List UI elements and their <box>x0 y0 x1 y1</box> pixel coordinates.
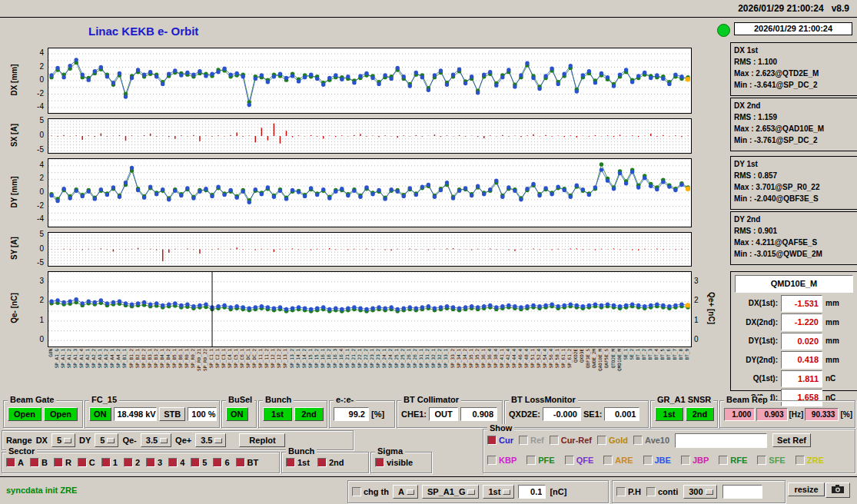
bpm-label: SP_34_2 <box>463 349 467 368</box>
busel-group: BuSel ON <box>221 400 257 428</box>
show-cur-ref-checkbox[interactable]: Cur-Ref <box>550 436 592 445</box>
stat-min: Min : -3.761@SP_DC_2 <box>734 134 855 146</box>
show-zre-checkbox[interactable]: ZRE <box>796 456 824 465</box>
sy-steering-plot[interactable] <box>48 232 692 267</box>
threshold-input[interactable] <box>518 485 546 499</box>
checkbox-icon <box>124 458 133 467</box>
header-datetime: 2026/01/29 21:00:24 v8.9 <box>738 3 849 14</box>
chg-th-label: chg th <box>364 487 389 496</box>
range-qe-minus-dropdown[interactable]: 3.5 <box>141 433 171 447</box>
bpm-label: QXD2E <box>573 349 578 363</box>
chg-th-checkbox[interactable]: chg th <box>352 487 389 496</box>
checkbox-icon <box>101 458 111 467</box>
y-tick-label: -5 <box>37 145 44 154</box>
stat-max: Max : 2.623@QTD2E_M <box>734 68 855 79</box>
sector-6-checkbox[interactable]: 6 <box>213 458 229 467</box>
bpm-label: SP_A2_2 <box>91 349 96 368</box>
q-y-axis: 3210 <box>28 271 45 346</box>
sy-chart-canvas <box>48 233 691 266</box>
range-dy-dropdown[interactable]: 5 <box>95 433 118 447</box>
sigma-visible-checkbox[interactable]: visible <box>375 458 413 467</box>
bpm-label: SP_35_1 <box>469 349 473 368</box>
bpm-label: SP_32_1 <box>431 349 436 368</box>
checkbox-icon <box>519 436 528 445</box>
fc15-stb-button[interactable]: STB <box>159 407 185 421</box>
sy-y-axis: 50-5 <box>28 232 45 265</box>
show-ref-label: Ref <box>530 436 544 445</box>
snsr-2nd-button[interactable]: 2nd <box>686 407 714 421</box>
beam-gate-open2-button[interactable]: Open <box>44 407 78 421</box>
range-dx-dropdown[interactable]: 5 <box>51 433 75 447</box>
bunch-2nd-checkbox[interactable]: 2nd <box>317 458 344 467</box>
show-ave10-checkbox[interactable]: Ave10 <box>633 436 669 445</box>
resize-button[interactable]: resize <box>788 482 825 496</box>
show-group: Show Cur Ref Cur-Ref Gold Ave10 Set Ref … <box>483 429 855 473</box>
fc15-on-button[interactable]: ON <box>89 407 111 421</box>
sector-a-checkbox[interactable]: A <box>6 458 24 467</box>
bpm-label: SP_23_2 <box>376 349 380 368</box>
monitor-value: -1.220 <box>781 313 822 331</box>
count-input[interactable] <box>722 485 762 499</box>
y-tick-label: 2 <box>39 174 44 182</box>
checkbox-icon <box>719 456 728 465</box>
sector-1-checkbox[interactable]: 1 <box>101 458 118 467</box>
set-ref-button[interactable]: Set Ref <box>772 433 811 447</box>
charge-plot[interactable] <box>48 271 692 347</box>
beam-gate-open1-button[interactable]: Open <box>8 407 42 421</box>
q-right-y-axis: 3210 <box>693 271 709 346</box>
show-qfe-checkbox[interactable]: QFE <box>565 456 594 465</box>
dy-orbit-plot[interactable] <box>48 158 692 227</box>
show-are-checkbox[interactable]: ARE <box>603 456 633 465</box>
bpm-label: SP_B3_2 <box>154 349 158 368</box>
monitor-unit: mm <box>825 317 839 328</box>
ref-name-input[interactable] <box>675 433 767 448</box>
range-dy-label: DY <box>79 436 91 445</box>
bunch-1st-checkbox[interactable]: 1st <box>286 458 310 467</box>
busel-on-button[interactable]: ON <box>226 407 248 421</box>
chg-th-panel: chg th A SP_A1_G 1st [nC] <box>347 480 609 503</box>
count-dropdown[interactable]: 300 <box>683 485 716 499</box>
y-tick-label: 0 <box>39 187 44 196</box>
beam-rep-value2: 0.903 <box>756 408 787 421</box>
show-pfe-checkbox[interactable]: PFE <box>526 456 554 465</box>
y-tick-label: 0 <box>39 131 44 139</box>
range-qe-plus-dropdown[interactable]: 3.5 <box>195 433 226 447</box>
stat-max: Max : 4.211@QAF5E_S <box>734 237 855 248</box>
sector-bt-checkbox[interactable]: BT <box>236 458 259 467</box>
sector-r-checkbox[interactable]: R <box>54 458 71 467</box>
bpm-select-dropdown[interactable]: SP_A1_G <box>422 485 480 499</box>
show-jbe-checkbox[interactable]: JBE <box>643 456 671 465</box>
sector-b-checkbox[interactable]: B <box>30 458 48 467</box>
sector-5-checkbox[interactable]: 5 <box>191 458 207 467</box>
show-jbp-checkbox[interactable]: JBP <box>681 456 709 465</box>
checkbox-icon <box>616 487 626 496</box>
conti-checkbox[interactable]: conti <box>646 487 678 496</box>
ph-checkbox[interactable]: P.H <box>616 487 641 496</box>
bpm-label: SP_31_1 <box>419 349 424 368</box>
dx-orbit-plot[interactable] <box>48 48 692 114</box>
show-ref-checkbox[interactable]: Ref <box>519 436 544 445</box>
show-rfe-checkbox[interactable]: RFE <box>719 456 747 465</box>
show-sfe-checkbox[interactable]: SFE <box>757 456 785 465</box>
show-kbp-checkbox[interactable]: KBP <box>487 456 517 465</box>
screenshot-button[interactable] <box>825 482 850 498</box>
sx-steering-plot[interactable] <box>48 118 692 154</box>
mode-dropdown[interactable]: A <box>393 485 418 499</box>
sector-c-checkbox[interactable]: C <box>78 458 95 467</box>
sector-3-checkbox[interactable]: 3 <box>146 458 162 467</box>
bunch-2nd-button[interactable]: 2nd <box>294 407 324 421</box>
show-jbp-label: JBP <box>693 456 709 465</box>
sector-2-checkbox[interactable]: 2 <box>124 458 140 467</box>
bpm-label: SP_R0_22 <box>203 349 208 371</box>
sector-4-checkbox[interactable]: 4 <box>168 458 184 467</box>
bunch-1st-button[interactable]: 1st <box>263 407 292 421</box>
y-tick-label: 2 <box>694 296 699 304</box>
snsr-1st-button[interactable]: 1st <box>655 407 683 421</box>
monitor-label: DY(1st): <box>736 335 778 346</box>
show-gold-checkbox[interactable]: Gold <box>597 436 628 445</box>
replot-button[interactable]: Replot <box>239 433 285 447</box>
bpm-label: SP_35_2 <box>475 349 480 368</box>
show-cur-checkbox[interactable]: Cur <box>487 436 513 445</box>
beam-rep-value1: 1.000 <box>724 408 755 421</box>
bunch-dropdown[interactable]: 1st <box>483 485 514 499</box>
